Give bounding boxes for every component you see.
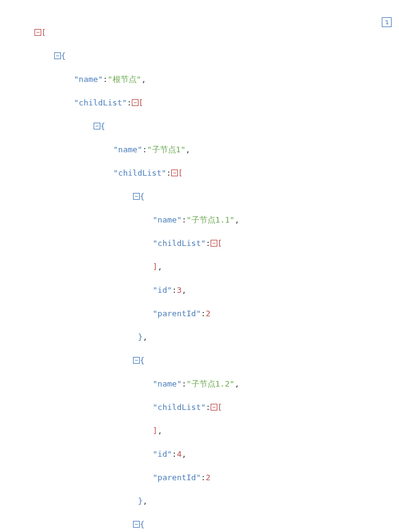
json-tree: [ { "name":"根节点", "childList":[ { "name"… (10, 15, 389, 532)
json-key: "childList" (153, 239, 206, 248)
json-key: "id" (153, 285, 172, 295)
collapse-icon[interactable] (133, 521, 140, 528)
json-key: "parentId" (153, 309, 201, 318)
collapse-icon[interactable] (54, 52, 61, 59)
collapse-icon[interactable] (211, 240, 217, 247)
collapse-icon[interactable] (171, 170, 178, 176)
json-key: "name" (74, 75, 103, 84)
collapse-icon[interactable] (34, 29, 41, 36)
import-icon[interactable]: ↴ (382, 17, 392, 27)
json-string: "子节点1.2" (187, 379, 235, 388)
collapse-icon[interactable] (132, 99, 139, 106)
json-key: "parentId" (153, 473, 201, 482)
json-number: 3 (177, 285, 182, 295)
json-key: "childList" (113, 168, 166, 178)
json-key: "childList" (153, 403, 206, 412)
json-number: 4 (177, 449, 182, 459)
json-string: "根节点" (108, 75, 142, 84)
collapse-icon[interactable] (94, 123, 100, 129)
collapse-icon[interactable] (133, 357, 140, 364)
json-number: 2 (206, 473, 211, 482)
json-key: "name" (153, 379, 182, 388)
json-key: "id" (153, 449, 172, 459)
collapse-icon[interactable] (133, 193, 140, 200)
json-key: "childList" (74, 98, 127, 107)
json-key: "name" (153, 215, 182, 224)
json-number: 2 (206, 309, 211, 318)
collapse-icon[interactable] (211, 404, 217, 411)
json-string: "子节点1" (147, 145, 185, 154)
json-key: "name" (113, 145, 142, 154)
json-string: "子节点1.1" (187, 215, 235, 224)
